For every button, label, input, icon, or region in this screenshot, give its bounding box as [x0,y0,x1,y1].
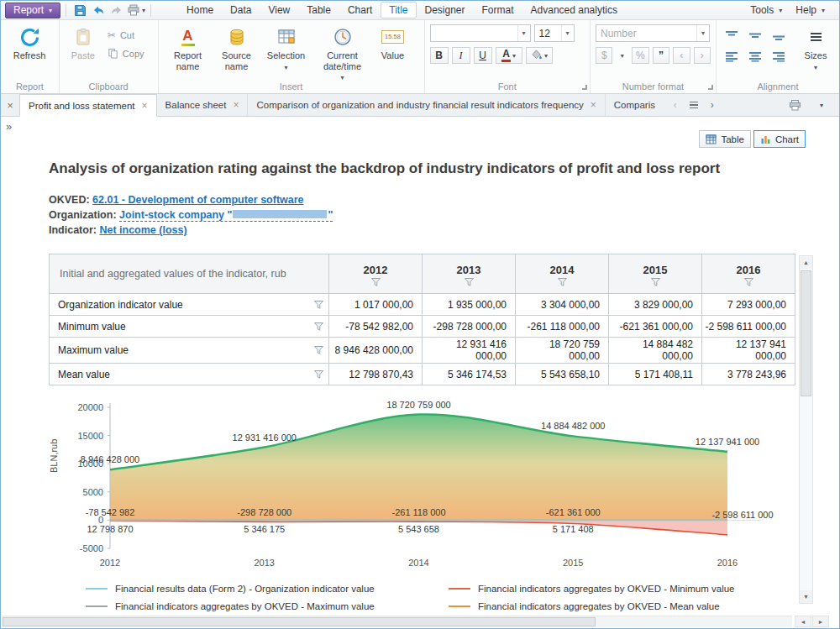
tab-profit-and-loss-statement[interactable]: Profit and loss statement× [19,94,157,117]
menu-item-tools[interactable]: Tools▾ [750,4,782,16]
tabstrip: × Profit and loss statement×Balance shee… [1,94,839,117]
tab-close-icon[interactable]: × [142,100,148,112]
number-format-select[interactable]: Number ▾ [596,24,710,42]
ribbon: Refresh Report Paste ✂ Cut [1,20,839,94]
menu-item-home[interactable]: Home [178,2,222,18]
tab-comparis[interactable]: Comparis [606,94,663,116]
table-view-button[interactable]: Table [699,130,751,148]
legend-item: Financial results data (Form 2) - Organi… [49,584,412,594]
horizontal-scroll-thumb[interactable] [3,617,596,626]
table-body: Organization indicator value1 017 000,00… [50,294,795,385]
scroll-down-arrow[interactable]: ▼ [800,590,812,603]
vertical-scroll-thumb[interactable] [801,270,811,396]
tab-comparison-of-organization-and-industry-financial-result-indicators-frequency[interactable]: Comparison of organization and industry … [248,94,605,116]
row-label: Minimum value [58,321,126,333]
filter-icon[interactable] [516,278,608,286]
font-family-select[interactable]: ▾ [430,24,531,42]
chart-view-button[interactable]: Chart [753,130,806,148]
align-middle-button[interactable] [745,27,765,45]
close-pane-icon[interactable]: × [1,94,19,116]
report-menu-button[interactable]: Report ▾ [5,3,60,18]
print-preview-button[interactable] [787,97,802,113]
chevron-down-icon: ▾ [822,7,825,14]
tabstrip-menu-button[interactable]: ▾ [814,97,829,113]
menu-item-chart[interactable]: Chart [339,2,381,18]
bold-button[interactable]: B [430,47,449,64]
menu-item-view[interactable]: View [260,2,298,18]
underline-button[interactable]: U [474,47,492,64]
scroll-right-arrow[interactable]: ► [812,616,829,627]
filter-icon[interactable] [314,301,323,309]
thousands-separator-button[interactable]: ” [653,47,669,64]
filter-icon[interactable] [314,322,323,331]
scroll-left-arrow[interactable]: ◄ [795,616,811,627]
align-right-button[interactable] [769,48,789,66]
tab-scroll-right-button[interactable]: › [705,97,720,113]
vertical-scroll-track[interactable] [800,269,812,590]
menu-item-help[interactable]: Help▾ [795,4,825,16]
align-bottom-button[interactable] [769,27,789,45]
filter-icon[interactable] [702,278,795,286]
legend-label: Financial indicators aggregates by OKVED… [478,601,720,611]
align-center-button[interactable] [745,48,765,66]
organization-link[interactable]: Joint-stock company "" [119,209,333,222]
tab-close-icon[interactable]: × [233,99,239,111]
menu-item-format[interactable]: Format [474,2,522,18]
tab-label: Comparison of organization and industry … [256,100,583,110]
filter-icon[interactable] [609,278,701,286]
scroll-up-arrow[interactable]: ▲ [800,256,812,269]
menu-item-title[interactable]: Title [381,2,416,18]
selection-button[interactable]: Selection ▾ [261,24,312,71]
currency-format-button[interactable]: $ [596,47,612,64]
sizes-button[interactable]: Sizes ▾ [797,24,834,71]
vertical-scrollbar[interactable]: ▲ ▼ [799,255,813,604]
decrease-decimals-icon: ‹ [680,50,683,61]
font-color-button[interactable]: A ▾ [496,47,522,64]
align-left-icon [725,51,738,62]
tab-list-button[interactable] [686,97,701,113]
cut-button[interactable]: ✂ Cut [105,28,147,43]
indicator-link[interactable]: Net income (loss) [99,224,186,236]
currency-chevron-icon[interactable]: ▾ [616,47,628,64]
menu-item-designer[interactable]: Designer [417,2,474,18]
fill-color-button[interactable]: ▾ [526,47,553,64]
legend-item: Financial indicators aggregates by OKVED… [49,601,412,611]
menu-item-table[interactable]: Table [298,2,339,18]
print-button[interactable]: ▾ [127,3,145,18]
copy-button[interactable]: Copy [105,46,147,61]
report-name-button[interactable]: A Report name [164,24,213,71]
italic-button[interactable]: I [452,47,470,64]
horizontal-scrollbar[interactable] [2,616,792,627]
undo-button[interactable] [90,3,107,18]
redo-button[interactable] [108,3,125,18]
decrease-decimals-button[interactable]: ‹ [673,47,690,64]
paste-button[interactable]: Paste [65,24,102,61]
copy-label: Copy [123,49,144,59]
okved-link[interactable]: 62.01 - Development of computer software [92,194,303,206]
menu-item-advanced-analytics[interactable]: Advanced analytics [522,2,626,18]
save-button[interactable] [71,3,88,18]
dialog-launcher-icon[interactable] [582,85,587,90]
filter-icon[interactable] [423,278,515,286]
increase-decimals-button[interactable]: › [694,47,711,64]
page-title: Analysis of organization rating against … [49,160,796,177]
align-left-button[interactable] [722,48,742,66]
expand-sidebar-icon[interactable]: » [6,120,12,133]
tab-close-icon[interactable]: × [591,99,596,111]
tab-scroll-left-button[interactable]: ‹ [668,97,683,113]
percent-format-button[interactable]: % [632,47,648,64]
row-label-wrap: Minimum value [58,321,323,333]
value-button[interactable]: 15.58 Value [374,24,412,61]
filter-icon[interactable] [329,278,422,286]
source-name-button[interactable]: Source name [213,24,261,71]
dialog-launcher-icon[interactable] [708,85,713,90]
align-top-button[interactable] [722,27,742,45]
value-cell: 18 720 759 000,00 [516,338,609,364]
filter-icon[interactable] [314,346,323,354]
tab-balance-sheet[interactable]: Balance sheet× [157,94,249,116]
filter-icon[interactable] [314,370,323,379]
refresh-button[interactable]: Refresh [6,24,53,61]
menu-item-data[interactable]: Data [222,2,260,18]
font-size-select[interactable]: 12 ▾ [534,24,575,42]
datetime-button[interactable]: Current date/time ▾ [312,24,374,81]
